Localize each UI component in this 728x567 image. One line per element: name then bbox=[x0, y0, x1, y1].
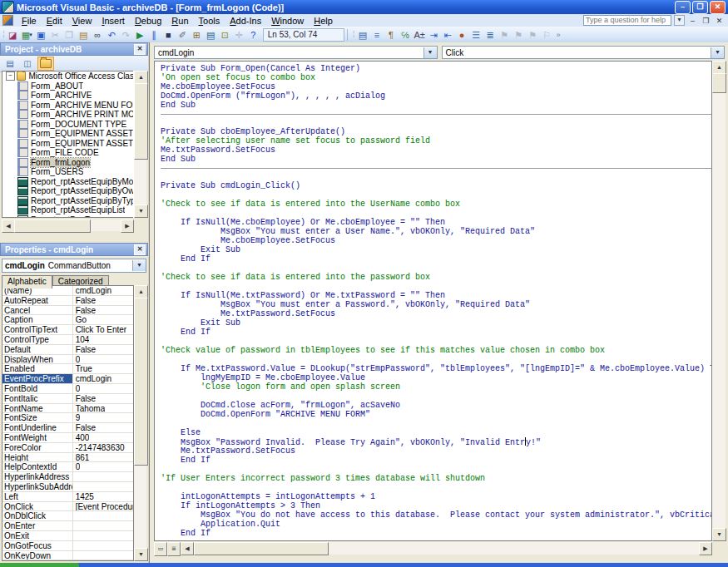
tree-item[interactable]: Form_FILE CODE bbox=[2, 148, 133, 158]
properties-panel-titlebar[interactable]: Properties - cmdLogin ✕ bbox=[0, 243, 148, 256]
property-value[interactable]: 0 bbox=[73, 384, 81, 393]
property-row[interactable]: OnDblClick bbox=[2, 511, 133, 521]
tree-item[interactable]: Form_EQUIPMENT ASSET PRIN bbox=[2, 139, 133, 149]
toggle-breakpoint-icon[interactable]: ● bbox=[455, 28, 469, 42]
property-row[interactable]: Height861 bbox=[2, 453, 133, 463]
break-icon[interactable]: ∥ bbox=[147, 28, 161, 42]
find-icon[interactable]: ∞ bbox=[91, 28, 105, 42]
property-value[interactable]: 104 bbox=[73, 335, 90, 344]
list-constants-icon[interactable]: ≡ bbox=[370, 28, 384, 42]
design-mode-icon[interactable]: ✐ bbox=[176, 28, 190, 42]
property-row[interactable]: ControlTipTextClick To Enter bbox=[2, 325, 133, 335]
tree-item[interactable]: Form_ABOUT bbox=[2, 81, 133, 91]
property-value[interactable]: False bbox=[73, 423, 96, 432]
quick-info-icon[interactable]: ¶ bbox=[384, 28, 399, 42]
property-value[interactable] bbox=[73, 482, 76, 491]
property-value[interactable]: cmdLogin bbox=[73, 286, 111, 295]
property-row[interactable]: AutoRepeatFalse bbox=[2, 296, 133, 306]
property-value[interactable]: 861 bbox=[73, 453, 90, 462]
indent-icon[interactable]: ⇥ bbox=[427, 28, 441, 42]
help-question-dropdown-icon[interactable]: ▾ bbox=[674, 15, 685, 26]
tree-item[interactable]: Report_rptAssetEquipList bbox=[2, 205, 133, 215]
menu-view[interactable]: View bbox=[67, 15, 97, 27]
property-value[interactable] bbox=[73, 541, 76, 550]
property-value[interactable]: 9 bbox=[73, 413, 81, 422]
toolbar-grip[interactable]: ⁞ bbox=[2, 30, 4, 39]
view-access-icon[interactable]: ◪ bbox=[6, 28, 20, 42]
property-row[interactable]: FontWeight400 bbox=[2, 433, 133, 443]
mdi-restore-button[interactable]: ❐ bbox=[701, 17, 711, 25]
windows-taskbar[interactable] bbox=[0, 563, 728, 567]
property-value[interactable] bbox=[73, 472, 76, 481]
property-row[interactable]: EnabledTrue bbox=[2, 364, 133, 374]
mdi-minimize-button[interactable]: – bbox=[687, 17, 698, 25]
property-row[interactable]: OnKeyDown bbox=[2, 551, 133, 561]
property-row[interactable]: FontItalicFalse bbox=[2, 394, 133, 404]
procedure-view-icon[interactable]: ▭ bbox=[154, 542, 167, 556]
menu-insert[interactable]: Insert bbox=[97, 15, 130, 27]
close-button[interactable]: ✕ bbox=[710, 1, 726, 14]
property-row[interactable]: Left1425 bbox=[2, 492, 133, 502]
menu-addins[interactable]: Add-Ins bbox=[225, 15, 266, 27]
property-row[interactable]: OnClick[Event Procedure] bbox=[2, 502, 133, 512]
properties-window-icon[interactable]: ▤ bbox=[204, 28, 218, 42]
list-properties-icon[interactable]: ▤ bbox=[356, 28, 370, 42]
property-value[interactable]: Click To Enter bbox=[73, 325, 127, 334]
menu-window[interactable]: Window bbox=[266, 15, 309, 27]
property-row[interactable]: OnExit bbox=[2, 531, 133, 541]
menu-debug[interactable]: Debug bbox=[130, 15, 166, 27]
object-combo-dropdown-icon[interactable]: ▼ bbox=[423, 47, 437, 58]
property-row[interactable]: DefaultFalse bbox=[2, 345, 133, 355]
toggle-folders-icon[interactable] bbox=[37, 57, 54, 71]
mdi-close-button[interactable]: ✕ bbox=[714, 17, 725, 25]
property-value[interactable]: cmdLogin bbox=[73, 374, 111, 383]
menu-help[interactable]: Help bbox=[309, 15, 338, 27]
object-combo[interactable]: cmdLogin ▼ bbox=[154, 46, 438, 59]
help-icon[interactable]: ? bbox=[246, 28, 260, 42]
property-row[interactable]: HelpContextId0 bbox=[2, 462, 133, 472]
view-code-icon[interactable]: ▤ bbox=[2, 57, 17, 70]
complete-word-icon[interactable]: A± bbox=[413, 28, 427, 42]
save-icon[interactable]: ▣ bbox=[34, 28, 48, 42]
property-row[interactable]: OnEnter bbox=[2, 521, 133, 531]
project-panel-titlebar[interactable]: Project - archiveDB ✕ bbox=[0, 42, 148, 56]
property-value[interactable]: True bbox=[73, 364, 92, 373]
property-value[interactable]: 0 bbox=[73, 355, 81, 364]
tree-root-access-class-objects[interactable]: −Microsoft Office Access Class Objec bbox=[2, 71, 133, 81]
property-row[interactable]: FontBold0 bbox=[2, 384, 133, 394]
property-row[interactable]: EventProcPrefixcmdLogin bbox=[2, 374, 133, 384]
event-combo[interactable]: Click ▼ bbox=[442, 46, 726, 59]
undo-icon[interactable]: ↶ bbox=[105, 28, 119, 42]
property-value[interactable] bbox=[73, 551, 76, 560]
tree-item[interactable]: Form_ARCHIVE PRINT MODULE bbox=[2, 110, 133, 120]
property-value[interactable]: 0 bbox=[73, 462, 81, 471]
code-hscrollbar[interactable]: ▭ ≣ ◀ ▶ bbox=[154, 542, 712, 555]
insert-module-icon[interactable]: ▦▾ bbox=[20, 28, 34, 42]
property-value[interactable]: [Event Procedure] bbox=[73, 502, 133, 511]
property-row[interactable]: CancelFalse bbox=[2, 306, 133, 316]
paste-icon[interactable]: ▤ bbox=[77, 28, 91, 42]
tab-alphabetic[interactable]: Alphabetic bbox=[2, 275, 52, 288]
properties-vscrollbar[interactable]: ▲ ▼ bbox=[134, 285, 146, 561]
minimize-button[interactable]: – bbox=[675, 1, 691, 14]
property-value[interactable]: False bbox=[73, 306, 96, 315]
property-value[interactable]: -2147483630 bbox=[73, 443, 125, 452]
project-tree-vscrollbar[interactable]: ▲ ▼ bbox=[133, 71, 146, 218]
code-editor[interactable]: Private Sub Form_Open(Cancel As Integer)… bbox=[154, 61, 712, 541]
property-row[interactable]: FontNameTahoma bbox=[2, 404, 133, 414]
property-value[interactable]: False bbox=[73, 345, 96, 354]
uncomment-block-icon[interactable]: ≣ bbox=[483, 28, 498, 42]
property-row[interactable]: DisplayWhen0 bbox=[2, 355, 133, 365]
tree-item[interactable]: Form_EQUIPMENT ASSET bbox=[2, 129, 133, 139]
tree-item[interactable]: Report_rptAssetEquipByOwner bbox=[2, 186, 133, 196]
property-value[interactable]: Tahoma bbox=[73, 404, 106, 413]
property-row[interactable]: HyperlinkAddress bbox=[2, 472, 133, 482]
tree-item[interactable]: Report_rptAssetEquipByModel bbox=[2, 177, 133, 187]
start-button-sliver[interactable] bbox=[0, 563, 79, 567]
property-row[interactable]: OnGotFocus bbox=[2, 541, 133, 551]
view-object-icon[interactable]: ◫ bbox=[20, 57, 35, 70]
toolbar-overflow-icon[interactable]: » bbox=[557, 31, 561, 39]
tree-item[interactable]: Form_USERS bbox=[2, 167, 133, 177]
menu-tools[interactable]: Tools bbox=[194, 15, 225, 27]
property-row[interactable]: HyperlinkSubAddress bbox=[2, 482, 133, 492]
